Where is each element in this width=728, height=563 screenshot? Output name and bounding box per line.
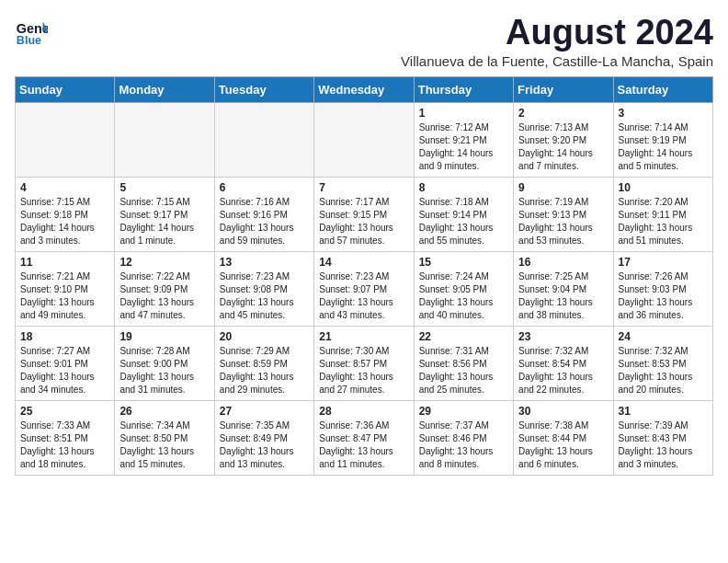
calendar-cell: 17Sunrise: 7:26 AM Sunset: 9:03 PM Dayli… bbox=[613, 252, 712, 327]
calendar-cell: 6Sunrise: 7:16 AM Sunset: 9:16 PM Daylig… bbox=[214, 178, 313, 252]
calendar-cell: 14Sunrise: 7:23 AM Sunset: 9:07 PM Dayli… bbox=[314, 252, 414, 327]
calendar-cell: 11Sunrise: 7:21 AM Sunset: 9:10 PM Dayli… bbox=[16, 252, 115, 327]
day-number: 9 bbox=[518, 181, 608, 194]
day-number: 13 bbox=[220, 256, 309, 269]
day-number: 2 bbox=[518, 107, 608, 120]
day-number: 12 bbox=[119, 256, 209, 269]
day-number: 21 bbox=[319, 330, 408, 343]
weekday-header-thursday: Thursday bbox=[414, 77, 513, 103]
calendar-cell: 1Sunrise: 7:12 AM Sunset: 9:21 PM Daylig… bbox=[414, 103, 513, 178]
logo-icon: General Blue bbox=[15, 15, 48, 48]
calendar-cell: 26Sunrise: 7:34 AM Sunset: 8:50 PM Dayli… bbox=[115, 401, 214, 476]
calendar-cell: 8Sunrise: 7:18 AM Sunset: 9:14 PM Daylig… bbox=[414, 178, 513, 252]
calendar-cell: 19Sunrise: 7:28 AM Sunset: 9:00 PM Dayli… bbox=[115, 327, 214, 401]
day-number: 1 bbox=[419, 107, 508, 120]
calendar-cell bbox=[16, 103, 115, 178]
day-number: 19 bbox=[119, 330, 209, 343]
day-number: 7 bbox=[319, 181, 408, 194]
day-number: 26 bbox=[119, 405, 209, 418]
calendar-cell: 20Sunrise: 7:29 AM Sunset: 8:59 PM Dayli… bbox=[214, 327, 313, 401]
week-row-3: 11Sunrise: 7:21 AM Sunset: 9:10 PM Dayli… bbox=[16, 252, 713, 327]
calendar-cell: 5Sunrise: 7:15 AM Sunset: 9:17 PM Daylig… bbox=[115, 178, 214, 252]
day-number: 22 bbox=[419, 330, 508, 343]
day-info: Sunrise: 7:24 AM Sunset: 9:05 PM Dayligh… bbox=[419, 270, 508, 322]
calendar-cell bbox=[314, 103, 414, 178]
week-row-5: 25Sunrise: 7:33 AM Sunset: 8:51 PM Dayli… bbox=[16, 401, 713, 476]
day-info: Sunrise: 7:37 AM Sunset: 8:46 PM Dayligh… bbox=[419, 419, 508, 471]
day-number: 20 bbox=[220, 330, 309, 343]
day-number: 16 bbox=[518, 256, 608, 269]
day-info: Sunrise: 7:17 AM Sunset: 9:15 PM Dayligh… bbox=[319, 196, 408, 247]
calendar-cell bbox=[115, 103, 214, 178]
day-number: 14 bbox=[319, 256, 408, 269]
day-info: Sunrise: 7:34 AM Sunset: 8:50 PM Dayligh… bbox=[119, 419, 209, 471]
day-info: Sunrise: 7:39 AM Sunset: 8:43 PM Dayligh… bbox=[619, 419, 708, 471]
day-info: Sunrise: 7:26 AM Sunset: 9:03 PM Dayligh… bbox=[619, 270, 708, 322]
calendar-cell: 16Sunrise: 7:25 AM Sunset: 9:04 PM Dayli… bbox=[514, 252, 613, 327]
day-info: Sunrise: 7:14 AM Sunset: 9:19 PM Dayligh… bbox=[619, 121, 708, 173]
day-info: Sunrise: 7:38 AM Sunset: 8:44 PM Dayligh… bbox=[518, 419, 608, 471]
weekday-header-monday: Monday bbox=[115, 77, 214, 103]
calendar-cell: 24Sunrise: 7:32 AM Sunset: 8:53 PM Dayli… bbox=[613, 327, 712, 401]
calendar-cell: 15Sunrise: 7:24 AM Sunset: 9:05 PM Dayli… bbox=[414, 252, 513, 327]
weekday-header-saturday: Saturday bbox=[613, 77, 712, 103]
svg-text:Blue: Blue bbox=[17, 34, 41, 47]
calendar-cell: 7Sunrise: 7:17 AM Sunset: 9:15 PM Daylig… bbox=[314, 178, 414, 252]
day-info: Sunrise: 7:18 AM Sunset: 9:14 PM Dayligh… bbox=[419, 196, 508, 247]
day-number: 31 bbox=[619, 405, 708, 418]
title-block: August 2024 Villanueva de la Fuente, Cas… bbox=[401, 15, 713, 69]
day-info: Sunrise: 7:16 AM Sunset: 9:16 PM Dayligh… bbox=[220, 196, 309, 247]
day-number: 3 bbox=[619, 107, 708, 120]
calendar-table: SundayMondayTuesdayWednesdayThursdayFrid… bbox=[15, 76, 713, 476]
day-number: 29 bbox=[419, 405, 508, 418]
week-row-1: 1Sunrise: 7:12 AM Sunset: 9:21 PM Daylig… bbox=[16, 103, 713, 178]
calendar-cell bbox=[214, 103, 313, 178]
calendar-cell: 25Sunrise: 7:33 AM Sunset: 8:51 PM Dayli… bbox=[16, 401, 115, 476]
day-number: 10 bbox=[619, 181, 708, 194]
day-info: Sunrise: 7:27 AM Sunset: 9:01 PM Dayligh… bbox=[20, 345, 109, 396]
calendar-cell: 2Sunrise: 7:13 AM Sunset: 9:20 PM Daylig… bbox=[514, 103, 613, 178]
weekday-header-wednesday: Wednesday bbox=[314, 77, 414, 103]
day-info: Sunrise: 7:29 AM Sunset: 8:59 PM Dayligh… bbox=[220, 345, 309, 396]
day-number: 24 bbox=[619, 330, 708, 343]
day-info: Sunrise: 7:32 AM Sunset: 8:54 PM Dayligh… bbox=[518, 345, 608, 396]
calendar-cell: 23Sunrise: 7:32 AM Sunset: 8:54 PM Dayli… bbox=[514, 327, 613, 401]
day-number: 6 bbox=[220, 181, 309, 194]
day-number: 30 bbox=[518, 405, 608, 418]
calendar-cell: 9Sunrise: 7:19 AM Sunset: 9:13 PM Daylig… bbox=[514, 178, 613, 252]
weekday-header-friday: Friday bbox=[514, 77, 613, 103]
day-info: Sunrise: 7:20 AM Sunset: 9:11 PM Dayligh… bbox=[619, 196, 708, 247]
calendar-cell: 28Sunrise: 7:36 AM Sunset: 8:47 PM Dayli… bbox=[314, 401, 414, 476]
day-info: Sunrise: 7:15 AM Sunset: 9:17 PM Dayligh… bbox=[119, 196, 209, 247]
week-row-2: 4Sunrise: 7:15 AM Sunset: 9:18 PM Daylig… bbox=[16, 178, 713, 252]
day-info: Sunrise: 7:23 AM Sunset: 9:07 PM Dayligh… bbox=[319, 270, 408, 322]
day-info: Sunrise: 7:32 AM Sunset: 8:53 PM Dayligh… bbox=[619, 345, 708, 396]
day-info: Sunrise: 7:13 AM Sunset: 9:20 PM Dayligh… bbox=[518, 121, 608, 173]
day-number: 27 bbox=[220, 405, 309, 418]
weekday-header-row: SundayMondayTuesdayWednesdayThursdayFrid… bbox=[16, 77, 713, 103]
day-info: Sunrise: 7:33 AM Sunset: 8:51 PM Dayligh… bbox=[20, 419, 109, 471]
calendar-cell: 13Sunrise: 7:23 AM Sunset: 9:08 PM Dayli… bbox=[214, 252, 313, 327]
day-info: Sunrise: 7:35 AM Sunset: 8:49 PM Dayligh… bbox=[220, 419, 309, 471]
calendar-subtitle: Villanueva de la Fuente, Castille-La Man… bbox=[401, 53, 713, 69]
day-number: 4 bbox=[20, 181, 109, 194]
calendar-cell: 3Sunrise: 7:14 AM Sunset: 9:19 PM Daylig… bbox=[613, 103, 712, 178]
day-info: Sunrise: 7:31 AM Sunset: 8:56 PM Dayligh… bbox=[419, 345, 508, 396]
calendar-cell: 29Sunrise: 7:37 AM Sunset: 8:46 PM Dayli… bbox=[414, 401, 513, 476]
day-info: Sunrise: 7:21 AM Sunset: 9:10 PM Dayligh… bbox=[20, 270, 109, 322]
weekday-header-tuesday: Tuesday bbox=[214, 77, 313, 103]
day-number: 15 bbox=[419, 256, 508, 269]
day-info: Sunrise: 7:30 AM Sunset: 8:57 PM Dayligh… bbox=[319, 345, 408, 396]
calendar-title: August 2024 bbox=[401, 15, 713, 50]
page-header: General Blue August 2024 Villanueva de l… bbox=[15, 15, 713, 69]
day-number: 8 bbox=[419, 181, 508, 194]
day-number: 11 bbox=[20, 256, 109, 269]
calendar-cell: 10Sunrise: 7:20 AM Sunset: 9:11 PM Dayli… bbox=[613, 178, 712, 252]
calendar-cell: 21Sunrise: 7:30 AM Sunset: 8:57 PM Dayli… bbox=[314, 327, 414, 401]
day-info: Sunrise: 7:12 AM Sunset: 9:21 PM Dayligh… bbox=[419, 121, 508, 173]
calendar-cell: 12Sunrise: 7:22 AM Sunset: 9:09 PM Dayli… bbox=[115, 252, 214, 327]
day-number: 23 bbox=[518, 330, 608, 343]
day-info: Sunrise: 7:19 AM Sunset: 9:13 PM Dayligh… bbox=[518, 196, 608, 247]
calendar-cell: 27Sunrise: 7:35 AM Sunset: 8:49 PM Dayli… bbox=[214, 401, 313, 476]
day-number: 25 bbox=[20, 405, 109, 418]
